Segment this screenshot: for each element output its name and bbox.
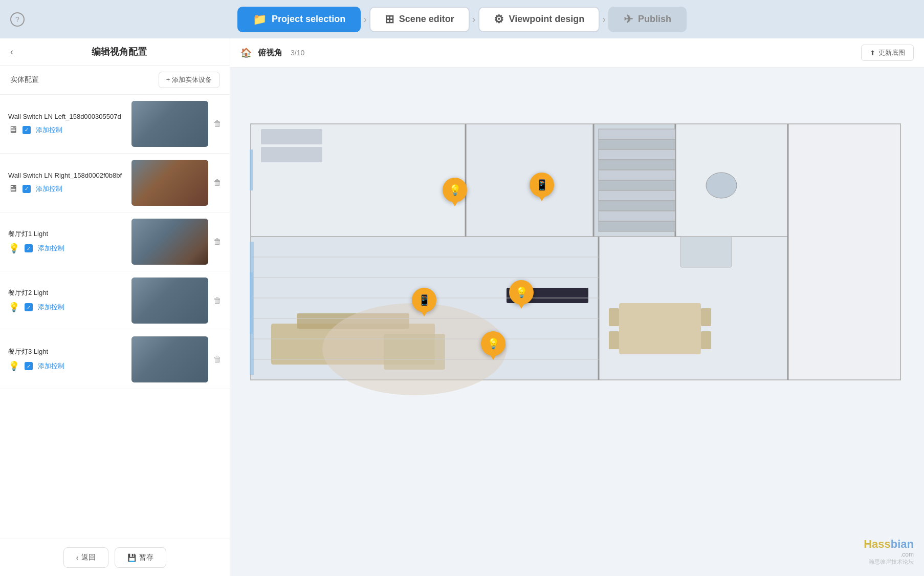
device-icon-3: 📱 [418, 294, 431, 306]
delete-icon-5[interactable]: 🗑 [213, 355, 222, 364]
viewpoint-design-button[interactable]: ⚙ Viewpoint design [478, 7, 600, 32]
device-thumb-1 [131, 101, 208, 147]
device-bulb-icon-4: 💡 [8, 302, 19, 313]
scene-editor-button[interactable]: ⊞ Scene editor [369, 7, 470, 32]
entity-config-header: 实体配置 + 添加实体设备 [0, 66, 230, 95]
help-icon[interactable]: ? [10, 12, 25, 27]
view-header: 🏠 俯视角 3/10 ⬆ 更新底图 [230, 38, 924, 68]
device-thumb-5 [131, 336, 208, 382]
hotspot-bulb-4[interactable]: 💡 [509, 280, 534, 305]
main-content: ‹ 编辑视角配置 实体配置 + 添加实体设备 Wall Switch LN Le… [0, 38, 924, 576]
viewpoint-icon: ⚙ [494, 13, 504, 26]
add-control-text-1: 添加控制 [36, 125, 62, 135]
nav-step-scene: ⊞ Scene editor › [369, 7, 478, 32]
project-selection-label: Project selection [272, 14, 345, 25]
add-control-text-5: 添加控制 [38, 361, 64, 371]
add-entity-text: + 添加实体设备 [166, 75, 212, 84]
hotspot-bulb-1[interactable]: 💡 [443, 178, 467, 202]
device-name-1: Wall Switch LN Left_158d000305507d [8, 113, 126, 120]
publish-button[interactable]: ✈ Publish [608, 7, 687, 32]
thumb-img-1 [131, 101, 208, 147]
list-item: 餐厅灯2 Light 💡 ✓ 添加控制 🗑 [0, 271, 230, 330]
watermark-subtitle: 瀚思彼岸技术论坛 [864, 558, 914, 566]
delete-icon-3[interactable]: 🗑 [213, 237, 222, 246]
add-entity-button[interactable]: + 添加实体设备 [159, 72, 219, 88]
device-thumb-3 [131, 219, 208, 265]
watermark-com: .com [864, 551, 914, 558]
floor-plan-container: 💡 📱 📱 💡 💡 [230, 68, 924, 576]
hotspot-device-2[interactable]: 📱 [530, 173, 554, 197]
check-icon-1: ✓ [23, 126, 31, 134]
watermark: Hassbian .com 瀚思彼岸技术论坛 [864, 538, 914, 566]
device-bulb-icon-3: 💡 [8, 243, 19, 254]
add-control-link-1[interactable]: 添加控制 [36, 125, 62, 135]
device-name-3: 餐厅灯1 Light [8, 229, 126, 239]
add-control-link-2[interactable]: 添加控制 [36, 184, 62, 194]
delete-icon-4[interactable]: 🗑 [213, 296, 222, 305]
update-button-label: 更新底图 [878, 48, 905, 57]
top-navigation: ? 📁 Project selection › ⊞ Scene editor ›… [0, 0, 924, 38]
nav-step-publish: ✈ Publish [608, 7, 687, 32]
device-controls-5: 💡 ✓ 添加控制 [8, 360, 126, 372]
device-thumb-2 [131, 160, 208, 206]
update-map-button[interactable]: ⬆ 更新底图 [861, 45, 914, 61]
publish-label: Publish [638, 14, 671, 25]
view-count: 3/10 [291, 49, 304, 57]
add-control-link-4[interactable]: 添加控制 [38, 303, 64, 312]
check-icon-3: ✓ [25, 244, 33, 252]
nav-arrow-1: › [363, 13, 367, 25]
device-icon-2: 📱 [536, 179, 548, 191]
device-info-3: 餐厅灯1 Light 💡 ✓ 添加控制 [8, 229, 126, 254]
add-control-text-3: 添加控制 [38, 244, 64, 253]
delete-icon-2[interactable]: 🗑 [213, 178, 222, 187]
nav-step-viewpoint: ⚙ Viewpoint design › [478, 7, 608, 32]
device-info-2: Wall Switch LN Right_158d0002f0b8bf 🖥 ✓ … [8, 172, 126, 194]
watermark-brand: Hassbian [864, 538, 914, 551]
device-thumb-4 [131, 278, 208, 324]
device-list: Wall Switch LN Left_158d000305507d 🖥 ✓ 添… [0, 95, 230, 539]
back-button[interactable]: ‹ 返回 [63, 547, 109, 568]
device-name-2: Wall Switch LN Right_158d0002f0b8bf [8, 172, 126, 179]
add-control-link-5[interactable]: 添加控制 [38, 361, 64, 371]
check-icon-5: ✓ [25, 362, 33, 370]
upload-icon: ⬆ [870, 49, 875, 57]
scene-icon: ⊞ [385, 13, 394, 26]
device-controls-2: 🖥 ✓ 添加控制 [8, 183, 126, 194]
hotspot-bulb-5[interactable]: 💡 [481, 331, 505, 356]
list-item: 餐厅灯1 Light 💡 ✓ 添加控制 🗑 [0, 212, 230, 271]
view-home-icon: 🏠 [240, 47, 252, 58]
device-info-1: Wall Switch LN Left_158d000305507d 🖥 ✓ 添… [8, 113, 126, 135]
left-panel: ‹ 编辑视角配置 实体配置 + 添加实体设备 Wall Switch LN Le… [0, 38, 230, 576]
folder-icon: 📁 [253, 13, 267, 26]
device-name-5: 餐厅灯3 Light [8, 347, 126, 356]
hotspot-device-3[interactable]: 📱 [412, 288, 436, 312]
add-control-text-2: 添加控制 [36, 184, 62, 194]
panel-title: 编辑视角配置 [18, 46, 219, 58]
check-icon-4: ✓ [25, 303, 33, 311]
thumb-img-5 [131, 336, 208, 382]
save-button[interactable]: 💾 暂存 [115, 547, 166, 568]
bulb-icon-4: 💡 [515, 286, 528, 298]
back-button-label: 返回 [81, 553, 96, 562]
thumb-img-2 [131, 160, 208, 206]
view-title: 俯视角 [258, 48, 282, 58]
panel-header: ‹ 编辑视角配置 [0, 38, 230, 66]
check-icon-2: ✓ [23, 185, 31, 193]
device-info-4: 餐厅灯2 Light 💡 ✓ 添加控制 [8, 288, 126, 313]
delete-icon-1[interactable]: 🗑 [213, 119, 222, 129]
device-bulb-icon-5: 💡 [8, 360, 19, 372]
device-controls-1: 🖥 ✓ 添加控制 [8, 124, 126, 135]
list-item: 餐厅灯3 Light 💡 ✓ 添加控制 🗑 [0, 330, 230, 389]
panel-footer: ‹ 返回 💾 暂存 [0, 539, 230, 576]
save-button-label: 暂存 [139, 553, 153, 562]
project-selection-button[interactable]: 📁 Project selection [237, 7, 361, 32]
device-tablet-icon-1: 🖥 [8, 124, 17, 135]
add-control-text-4: 添加控制 [38, 303, 64, 312]
bulb-icon-5: 💡 [487, 337, 500, 350]
device-name-4: 餐厅灯2 Light [8, 288, 126, 297]
nav-arrow-3: › [602, 13, 606, 25]
add-control-link-3[interactable]: 添加控制 [38, 244, 64, 253]
panel-back-arrow[interactable]: ‹ [10, 47, 13, 57]
device-controls-3: 💡 ✓ 添加控制 [8, 243, 126, 254]
nav-arrow-2: › [472, 13, 476, 25]
